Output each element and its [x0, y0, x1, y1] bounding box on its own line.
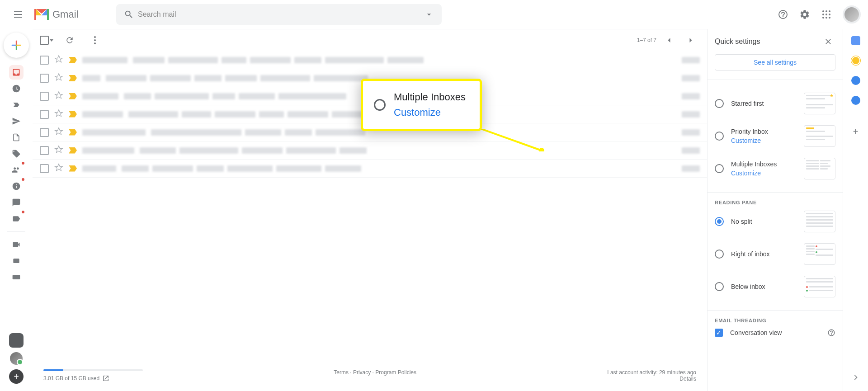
row-checkbox[interactable]	[40, 128, 49, 137]
row-checkbox[interactable]	[40, 110, 49, 119]
radio-icon[interactable]	[715, 132, 724, 141]
customize-link[interactable]: Customize	[731, 137, 797, 144]
keep-icon[interactable]	[851, 56, 860, 65]
main-menu-button[interactable]	[7, 4, 29, 25]
customize-link[interactable]: Customize	[731, 170, 797, 177]
star-icon[interactable]	[54, 73, 63, 84]
sent-nav-icon[interactable]	[9, 114, 24, 128]
status-avatar[interactable]	[9, 351, 24, 366]
quick-settings-title: Quick settings	[715, 38, 760, 46]
star-icon[interactable]	[54, 145, 63, 156]
search-bar	[116, 4, 442, 25]
addons-icon[interactable]: +	[851, 127, 860, 136]
important-icon[interactable]	[69, 75, 77, 81]
gmail-logo[interactable]: Gmail	[34, 5, 84, 24]
important-nav-icon[interactable]	[9, 98, 24, 112]
svg-point-15	[539, 148, 544, 151]
starred-first-option[interactable]: Starred first	[715, 87, 835, 120]
rooms-nav-icon[interactable]	[9, 254, 24, 268]
tasks-icon[interactable]	[851, 76, 860, 85]
star-icon[interactable]	[54, 127, 63, 138]
priority-inbox-option[interactable]: Priority Inbox Customize	[715, 120, 835, 152]
annotation-arrow	[481, 129, 544, 151]
star-icon[interactable]	[54, 55, 63, 66]
search-options-icon[interactable]	[420, 10, 438, 19]
calendar-icon[interactable]	[851, 36, 860, 45]
radio-icon[interactable]	[715, 164, 724, 173]
help-icon[interactable]	[827, 329, 835, 337]
chat-nav-icon[interactable]	[9, 195, 24, 210]
settings-icon[interactable]	[796, 5, 814, 24]
callout-highlight: Multiple Inboxes Customize	[361, 79, 482, 131]
radio-icon	[374, 99, 386, 111]
below-inbox-option[interactable]: Below inbox	[715, 270, 835, 303]
radio-icon[interactable]	[715, 250, 724, 259]
newer-button[interactable]	[660, 31, 678, 49]
details-link[interactable]: Details	[679, 376, 696, 382]
select-dropdown-icon[interactable]	[50, 39, 53, 42]
important-icon[interactable]	[69, 93, 77, 99]
radio-icon[interactable]	[715, 217, 724, 226]
show-side-panel-icon[interactable]	[851, 373, 860, 384]
new-chat-button[interactable]: +	[9, 369, 24, 384]
meet-nav-icon[interactable]	[9, 237, 24, 252]
important-icon[interactable]	[69, 111, 77, 118]
support-icon[interactable]	[774, 5, 792, 24]
drafts-nav-icon[interactable]	[9, 130, 24, 145]
no-split-option[interactable]: No split	[715, 205, 835, 238]
apps-icon[interactable]	[817, 5, 835, 24]
important-icon[interactable]	[69, 147, 77, 154]
email-row[interactable]	[33, 141, 707, 160]
mail-toolbar: 1–7 of 7	[33, 29, 707, 51]
multiple-inboxes-option[interactable]: Multiple Inboxes Customize	[715, 152, 835, 185]
row-checkbox[interactable]	[40, 146, 49, 155]
radio-icon[interactable]	[715, 282, 724, 291]
inbox-nav-icon[interactable]	[9, 65, 24, 80]
email-row[interactable]	[33, 51, 707, 69]
star-icon[interactable]	[54, 91, 63, 102]
policies-link[interactable]: Program Policies	[375, 369, 416, 376]
select-all-checkbox[interactable]	[40, 36, 49, 45]
row-checkbox[interactable]	[40, 56, 49, 65]
right-of-inbox-option[interactable]: Right of inbox	[715, 238, 835, 270]
snoozed-nav-icon[interactable]	[9, 81, 24, 96]
star-icon[interactable]	[54, 109, 63, 120]
left-nav: +	[0, 29, 33, 391]
svg-point-12	[94, 39, 96, 41]
contacts-icon[interactable]	[851, 96, 860, 105]
row-checkbox[interactable]	[40, 164, 49, 173]
star-icon[interactable]	[54, 163, 63, 174]
categories-nav-icon[interactable]	[9, 146, 24, 161]
compose-button[interactable]	[4, 33, 29, 58]
see-all-settings-button[interactable]: See all settings	[715, 54, 835, 71]
row-checkbox[interactable]	[40, 92, 49, 101]
important-icon[interactable]	[69, 165, 77, 172]
older-button[interactable]	[682, 31, 700, 49]
privacy-link[interactable]: Privacy	[353, 369, 371, 376]
important-icon[interactable]	[69, 57, 77, 63]
thumbnail	[804, 211, 835, 232]
close-icon[interactable]	[821, 34, 835, 49]
radio-icon[interactable]	[715, 99, 724, 108]
search-icon[interactable]	[120, 5, 138, 24]
row-checkbox[interactable]	[40, 74, 49, 83]
label-nav-icon[interactable]	[9, 212, 24, 226]
more-button[interactable]	[86, 31, 104, 49]
hangouts-icon[interactable]	[9, 333, 24, 348]
conversation-view-option[interactable]: ✓ Conversation view	[715, 323, 835, 342]
svg-point-0	[822, 10, 824, 12]
contacts-nav-icon[interactable]	[9, 163, 24, 177]
thumbnail	[804, 93, 835, 114]
important-icon[interactable]	[69, 129, 77, 136]
email-row[interactable]	[33, 160, 707, 178]
info-nav-icon[interactable]	[9, 179, 24, 193]
account-avatar[interactable]	[843, 5, 861, 24]
option-label: Priority Inbox	[731, 128, 797, 135]
open-link-icon[interactable]	[102, 375, 109, 382]
checkbox-icon[interactable]: ✓	[715, 329, 723, 337]
keyboard-nav-icon[interactable]	[9, 270, 24, 284]
storage-bar	[43, 369, 143, 371]
refresh-button[interactable]	[61, 31, 79, 49]
terms-link[interactable]: Terms	[334, 369, 349, 376]
search-input[interactable]	[138, 10, 420, 19]
